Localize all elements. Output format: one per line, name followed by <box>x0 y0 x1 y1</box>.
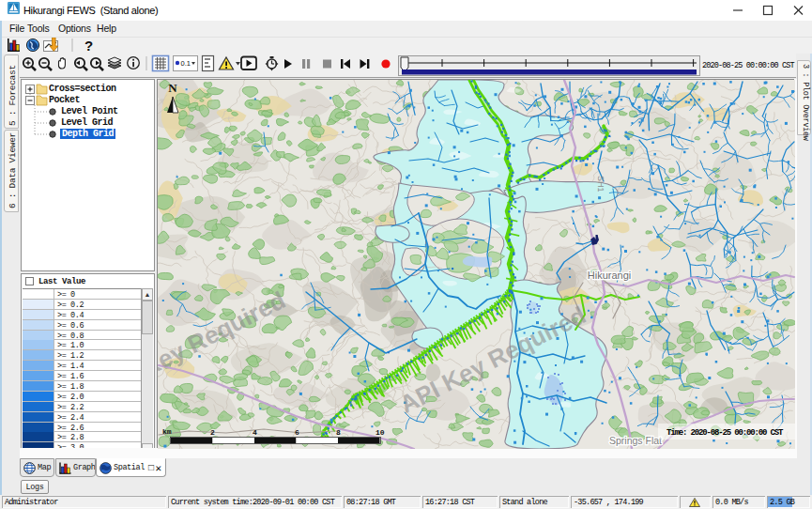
svg-text:Time: 2020-08-25 00:00:00 CST: Time: 2020-08-25 00:00:00 CST <box>666 428 784 438</box>
svg-text:2: 2 <box>210 428 215 437</box>
svg-text:10: 10 <box>375 428 385 437</box>
svg-text:0.1: 0.1 <box>181 59 191 68</box>
svg-text:km: km <box>162 427 172 436</box>
svg-text:?: ? <box>84 38 93 54</box>
svg-text:8: 8 <box>336 428 341 437</box>
svg-text:4: 4 <box>253 428 257 437</box>
svg-text:SH1: SH1 <box>596 176 605 193</box>
svg-text:Springs Flat: Springs Flat <box>609 435 662 446</box>
svg-text:Hikurangi: Hikurangi <box>588 270 631 281</box>
svg-text:6: 6 <box>295 428 299 437</box>
svg-text:N: N <box>168 81 177 95</box>
